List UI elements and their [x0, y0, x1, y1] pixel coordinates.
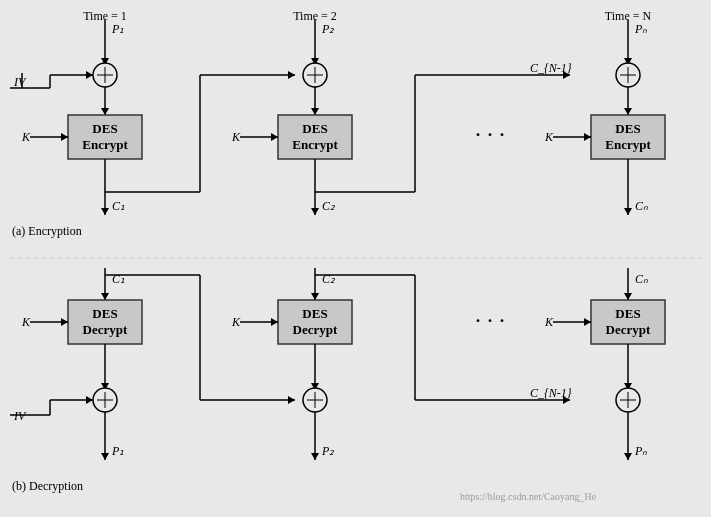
dec1-label: Decrypt: [83, 322, 128, 337]
pn-dec-label: Pₙ: [634, 444, 647, 458]
iv-enc-label: IV: [13, 75, 27, 89]
dec-section-label: (b) Decryption: [12, 479, 83, 493]
iv-dec-label: IV: [13, 409, 27, 423]
dec2-label: Decrypt: [293, 322, 338, 337]
decN-label: Decrypt: [606, 322, 651, 337]
enc1-label: Encrypt: [82, 137, 128, 152]
k-encN-label: K: [544, 130, 554, 144]
enc-ellipsis: · · ·: [475, 121, 505, 147]
des-dec2-label: DES: [302, 306, 327, 321]
p1-label: P₁: [111, 22, 124, 36]
pn-enc-label: Pₙ: [634, 22, 647, 36]
enc-section-label: (a) Encryption: [12, 224, 82, 238]
des-enc1-label: DES: [92, 121, 117, 136]
k-dec1-label: K: [21, 315, 31, 329]
des-decN-label: DES: [615, 306, 640, 321]
watermark: https://blog.csdn.net/Caoyang_He: [460, 491, 597, 502]
diagram-container: Time = 1 Time = 2 Time = N IV P₁ DES Enc…: [0, 0, 711, 517]
p1-dec-label: P₁: [111, 444, 124, 458]
p2-label: P₂: [321, 22, 335, 36]
cn-label: Cₙ: [635, 199, 648, 213]
des-encN-label: DES: [615, 121, 640, 136]
dec-ellipsis: · · ·: [475, 307, 505, 333]
c2-label: C₂: [322, 199, 336, 213]
des-enc2-label: DES: [302, 121, 327, 136]
cn-dec-label: Cₙ: [635, 272, 648, 286]
c1-label: C₁: [112, 199, 125, 213]
k-decN-label: K: [544, 315, 554, 329]
encN-label: Encrypt: [605, 137, 651, 152]
k-dec2-label: K: [231, 315, 241, 329]
enc2-label: Encrypt: [292, 137, 338, 152]
p2-dec-label: P₂: [321, 444, 335, 458]
c2-dec-label: C₂: [322, 272, 336, 286]
des-dec1-label: DES: [92, 306, 117, 321]
c1-dec-label: C₁: [112, 272, 125, 286]
k-enc2-label: K: [231, 130, 241, 144]
k-enc1-label: K: [21, 130, 31, 144]
